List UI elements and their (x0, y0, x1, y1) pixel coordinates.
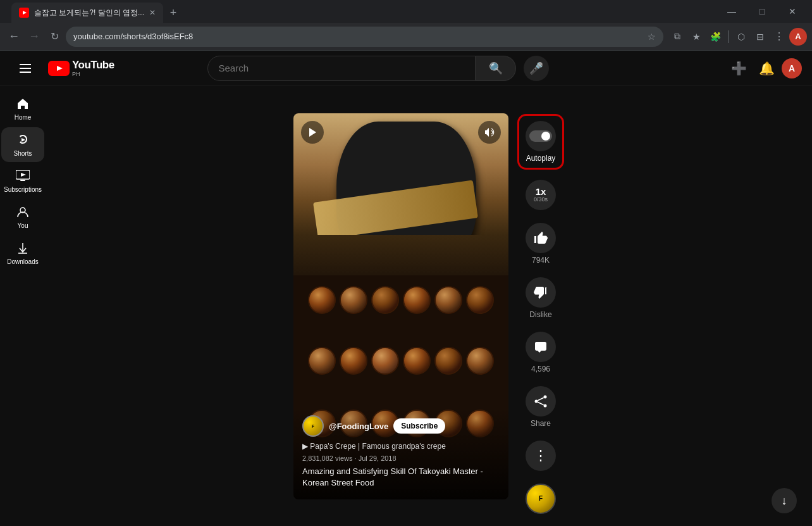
puzzle-icon[interactable]: 🧩 (706, 28, 724, 46)
tab-title: 슬잠고 보게되는?! 달인의 염정... (34, 8, 144, 18)
separator (728, 30, 729, 43)
address-url: youtube.com/shorts/d3of8isEFc8 (73, 32, 643, 41)
sidebar-item-home[interactable]: Home (1, 91, 44, 126)
subscriptions-icon (16, 168, 30, 184)
create-button[interactable]: ➕ (726, 56, 751, 81)
next-video-thumbnail[interactable]: F (520, 480, 561, 518)
sidebar-toggle[interactable]: ⊟ (751, 28, 769, 46)
video-background: F @FoodingLove Subscribe ▶ Papa's Crepe … (293, 113, 508, 499)
window-controls: — □ ✕ (717, 1, 807, 22)
you-icon (16, 204, 29, 220)
dislike-button[interactable]: Dislike (520, 271, 561, 325)
voice-search-button[interactable]: 🎤 (524, 56, 549, 81)
youtube-header: YouTube PH 🔍 🎤 ➕ 🔔 A (0, 51, 812, 86)
share-icon-wrap (526, 386, 556, 416)
refresh-button[interactable]: ↻ (46, 28, 63, 46)
sidebar-item-label: Subscriptions (4, 186, 42, 193)
channel-avatar[interactable]: F (302, 415, 324, 437)
tab-close-icon[interactable]: ✕ (149, 8, 156, 17)
address-field[interactable]: youtube.com/shorts/d3of8isEFc8 ☆ (66, 27, 663, 47)
svg-rect-1 (20, 64, 31, 65)
main-content: ↑ (46, 51, 812, 526)
comments-icon-wrap (526, 332, 556, 362)
play-pause-button[interactable] (301, 121, 324, 144)
active-tab[interactable]: 슬잠고 보게되는?! 달인의 염정... ✕ (11, 3, 163, 23)
extensions-icon[interactable]: ⧉ (668, 28, 686, 46)
like-icon-wrap (526, 223, 556, 253)
new-tab-button[interactable]: + (164, 4, 182, 22)
svg-point-12 (544, 395, 547, 398)
downloads-icon (16, 241, 29, 256)
svg-rect-8 (20, 180, 25, 181)
video-title: Amazing and Satisfying Skill Of Takoyaki… (302, 466, 500, 489)
svg-point-13 (535, 399, 538, 403)
sidebar-item-label: Downloads (7, 258, 38, 265)
search-input-wrap[interactable] (207, 56, 476, 81)
svg-line-16 (538, 402, 543, 404)
like-button[interactable]: 794K (520, 216, 561, 271)
scroll-down-button[interactable]: ↓ (772, 488, 797, 513)
sidebar-item-shorts[interactable]: Shorts (1, 127, 44, 162)
comment-count: 4,596 (531, 365, 550, 373)
comments-button[interactable]: 4,596 (520, 325, 561, 380)
youtube-logo[interactable]: YouTube PH (48, 59, 114, 77)
more-button[interactable]: ⋮ (520, 434, 561, 477)
star-icon[interactable]: ★ (687, 28, 705, 46)
tab-bar: 슬잠고 보게되는?! 달인의 염정... ✕ + (11, 0, 713, 23)
svg-rect-2 (20, 68, 31, 69)
shorts-actions: Autoplay 1x 0/30s 794K (517, 95, 564, 518)
youtube-country-code: PH (72, 71, 114, 77)
minimize-button[interactable]: — (717, 1, 746, 22)
address-bar-row: ← → ↻ youtube.com/shorts/d3of8isEFc8 ☆ ⧉… (0, 23, 812, 51)
user-avatar[interactable]: A (782, 58, 802, 78)
svg-rect-3 (20, 72, 31, 73)
maximize-button[interactable]: □ (747, 1, 777, 22)
svg-marker-5 (22, 138, 25, 142)
more-icon-wrap: ⋮ (526, 441, 556, 471)
search-input[interactable] (218, 63, 465, 73)
svg-marker-7 (21, 173, 26, 177)
sidebar-item-subscriptions[interactable]: Subscriptions (1, 163, 44, 198)
svg-line-15 (538, 398, 543, 400)
back-button[interactable]: ← (5, 28, 23, 46)
header-right-icons: ➕ 🔔 A (726, 56, 802, 81)
sidebar-item-you[interactable]: You (1, 199, 44, 234)
sidebar-item-downloads[interactable]: Downloads (1, 235, 44, 270)
video-overlay: F @FoodingLove Subscribe ▶ Papa's Crepe … (293, 113, 508, 499)
speed-circle: 1x 0/30s (526, 180, 556, 210)
close-window-button[interactable]: ✕ (778, 1, 807, 22)
channel-handle[interactable]: @FoodingLove (329, 422, 388, 431)
share-button[interactable]: Share (520, 380, 561, 434)
speed-button[interactable]: 1x 0/30s (520, 173, 561, 216)
toolbar-icons: ⧉ ★ 🧩 ⬡ ⊟ ⋮ A (668, 28, 807, 46)
forward-button[interactable]: → (25, 28, 43, 46)
shorts-icon (16, 132, 29, 147)
notifications-button[interactable]: 🔔 (754, 56, 779, 81)
autoplay-label: Autoplay (526, 154, 556, 163)
dislike-label: Dislike (529, 310, 551, 319)
volume-button[interactable] (478, 121, 501, 144)
autoplay-button[interactable]: Autoplay (517, 114, 564, 170)
cast-icon[interactable]: ⬡ (732, 28, 750, 46)
like-count: 794K (532, 256, 550, 265)
share-label: Share (531, 419, 551, 428)
search-button[interactable]: 🔍 (476, 56, 516, 81)
svg-marker-11 (309, 128, 316, 137)
hamburger-menu[interactable] (13, 56, 38, 81)
home-icon (16, 96, 29, 111)
youtube-sidebar: Home Shorts Subscriptions You Downloads (0, 51, 46, 526)
sidebar-item-label: Home (15, 114, 32, 121)
tab-favicon (19, 8, 29, 18)
dislike-icon-wrap (526, 277, 556, 308)
video-player[interactable]: F @FoodingLove Subscribe ▶ Papa's Crepe … (293, 113, 508, 499)
svg-marker-4 (57, 66, 63, 71)
subscribe-button[interactable]: Subscribe (393, 418, 445, 434)
browser-chrome: 슬잠고 보게되는?! 달인의 염정... ✕ + — □ ✕ (0, 0, 812, 23)
sidebar-item-label: Shorts (14, 150, 32, 157)
svg-marker-0 (23, 11, 27, 15)
sidebar-item-label: You (18, 222, 28, 229)
profile-avatar[interactable]: A (789, 28, 807, 46)
shorts-player-area: F @FoodingLove Subscribe ▶ Papa's Crepe … (293, 95, 564, 518)
bookmark-icon[interactable]: ☆ (648, 32, 656, 42)
more-tools-button[interactable]: ⋮ (770, 28, 788, 46)
